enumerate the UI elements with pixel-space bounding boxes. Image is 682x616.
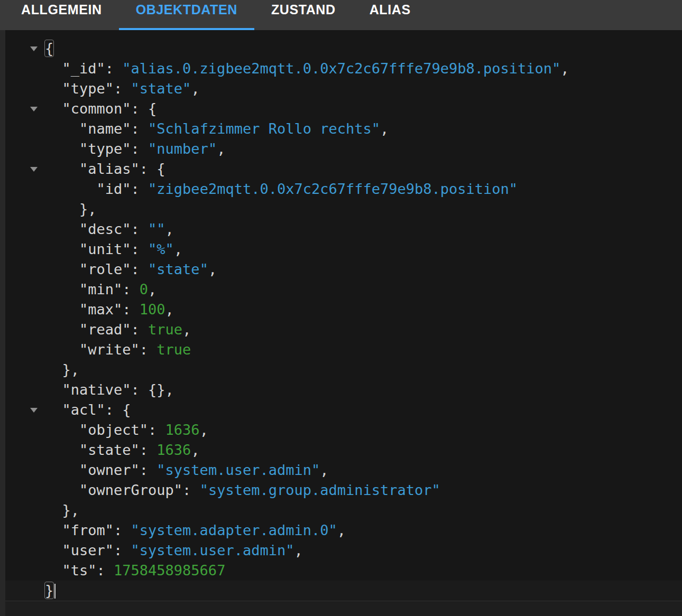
code-text: "object": 1636, — [45, 420, 682, 440]
gutter-cell — [5, 540, 45, 561]
code-text: "unit": "%", — [45, 239, 682, 259]
code-line[interactable]: "ownerGroup": "system.group.administrato… — [5, 480, 682, 500]
code-text: { — [45, 39, 682, 59]
tab-allgemein[interactable]: ALLGEMEIN — [4, 0, 119, 30]
code-text: "write": true — [45, 340, 682, 360]
gutter-cell — [5, 199, 45, 219]
code-line[interactable]: }, — [5, 360, 682, 380]
code-line[interactable]: } — [5, 581, 682, 601]
code-text: "user": "system.user.admin", — [45, 540, 682, 561]
code-text: "state": 1636, — [45, 440, 682, 460]
code-text: }, — [45, 500, 682, 520]
code-line[interactable]: "object": 1636, — [5, 420, 682, 440]
code-line[interactable]: "alias": { — [5, 159, 682, 179]
chevron-down-icon — [30, 46, 38, 51]
code-line[interactable]: "native": {}, — [5, 380, 682, 400]
fold-toggle-icon[interactable] — [5, 159, 45, 179]
editor-container: { "_id": "alias.0.zigbee2mqtt.0.0x7c2c67… — [0, 30, 682, 616]
code-line[interactable]: "common": { — [5, 99, 682, 119]
code-text: "min": 0, — [45, 279, 682, 300]
code-text: "id": "zigbee2mqtt.0.0x7c2c67fffe79e9b8.… — [45, 179, 682, 199]
code-text: "ownerGroup": "system.group.administrato… — [45, 480, 682, 500]
code-line[interactable]: "type": "number", — [5, 139, 682, 159]
gutter-cell — [5, 279, 45, 300]
fold-toggle-icon[interactable] — [5, 99, 45, 119]
gutter-cell — [5, 440, 45, 460]
gutter-cell — [5, 139, 45, 159]
chevron-down-icon — [30, 408, 38, 413]
code-text: "type": "number", — [45, 139, 682, 159]
code-text: "owner": "system.user.admin", — [45, 460, 682, 480]
code-line[interactable]: "owner": "system.user.admin", — [5, 460, 682, 480]
gutter-cell — [5, 239, 45, 259]
code-line[interactable]: "role": "state", — [5, 259, 682, 279]
code-text: "ts": 1758458985667 — [45, 561, 682, 581]
gutter-cell — [5, 460, 45, 480]
code-text: "_id": "alias.0.zigbee2mqtt.0.0x7c2c67ff… — [45, 59, 682, 79]
code-text: "role": "state", — [45, 259, 682, 279]
code-text: "name": "Schlafzimmer Rollo rechts", — [45, 119, 682, 139]
code-text: "desc": "", — [45, 219, 682, 239]
code-text: "native": {}, — [45, 380, 682, 400]
gutter-cell — [5, 119, 45, 139]
gutter-cell — [5, 420, 45, 440]
code-text: "common": { — [45, 99, 682, 119]
fold-toggle-icon[interactable] — [5, 39, 45, 59]
code-line[interactable]: "write": true — [5, 340, 682, 360]
text-cursor — [54, 584, 56, 599]
code-text: "read": true, — [45, 320, 682, 340]
code-line[interactable]: "name": "Schlafzimmer Rollo rechts", — [5, 119, 682, 139]
gutter-cell — [5, 320, 45, 340]
code-line[interactable]: }, — [5, 500, 682, 520]
code-line[interactable]: "min": 0, — [5, 279, 682, 300]
gutter-cell — [5, 179, 45, 199]
gutter-cell — [5, 480, 45, 500]
code-text: }, — [45, 199, 682, 219]
code-line[interactable]: "acl": { — [5, 400, 682, 420]
gutter-cell — [5, 500, 45, 520]
gutter-cell — [5, 219, 45, 239]
code-line[interactable]: "read": true, — [5, 320, 682, 340]
chevron-down-icon — [30, 167, 38, 172]
code-line[interactable]: { — [5, 39, 682, 59]
code-text: "type": "state", — [45, 79, 682, 99]
code-text: } — [45, 581, 682, 601]
code-line[interactable]: "from": "system.adapter.admin.0", — [5, 520, 682, 540]
code-line[interactable]: "ts": 1758458985667 — [5, 561, 682, 581]
code-text: "acl": { — [45, 400, 682, 420]
horizontal-scrollbar[interactable] — [5, 601, 682, 616]
gutter-cell — [5, 581, 45, 601]
code-line[interactable]: "user": "system.user.admin", — [5, 540, 682, 561]
gutter-cell — [5, 340, 45, 360]
code-line[interactable]: "state": 1636, — [5, 440, 682, 460]
gutter-cell — [5, 300, 45, 320]
code-area[interactable]: { "_id": "alias.0.zigbee2mqtt.0.0x7c2c67… — [5, 30, 682, 601]
code-text: }, — [45, 360, 682, 380]
tab-zustand[interactable]: ZUSTAND — [254, 0, 353, 30]
chevron-down-icon — [30, 107, 38, 111]
tab-alias[interactable]: ALIAS — [353, 0, 428, 30]
code-text: "max": 100, — [45, 300, 682, 320]
code-text: "from": "system.adapter.admin.0", — [45, 520, 682, 540]
code-line[interactable]: "max": 100, — [5, 300, 682, 320]
gutter-cell — [5, 561, 45, 581]
tab-objektdaten[interactable]: OBJEKTDATEN — [119, 0, 254, 30]
gutter-cell — [5, 59, 45, 79]
json-editor[interactable]: { "_id": "alias.0.zigbee2mqtt.0.0x7c2c67… — [5, 30, 682, 616]
fold-toggle-icon[interactable] — [5, 400, 45, 420]
gutter-cell — [5, 520, 45, 540]
code-line[interactable]: "id": "zigbee2mqtt.0.0x7c2c67fffe79e9b8.… — [5, 179, 682, 199]
gutter-cell — [5, 380, 45, 400]
tab-bar: ALLGEMEIN OBJEKTDATEN ZUSTAND ALIAS — [0, 0, 682, 30]
gutter-cell — [5, 360, 45, 380]
code-line[interactable]: "unit": "%", — [5, 239, 682, 259]
code-line[interactable]: "_id": "alias.0.zigbee2mqtt.0.0x7c2c67ff… — [5, 59, 682, 79]
code-line[interactable]: }, — [5, 199, 682, 219]
code-text: "alias": { — [45, 159, 682, 179]
code-line[interactable]: "type": "state", — [5, 79, 682, 99]
code-line[interactable]: "desc": "", — [5, 219, 682, 239]
gutter-cell — [5, 259, 45, 279]
gutter-cell — [5, 79, 45, 99]
